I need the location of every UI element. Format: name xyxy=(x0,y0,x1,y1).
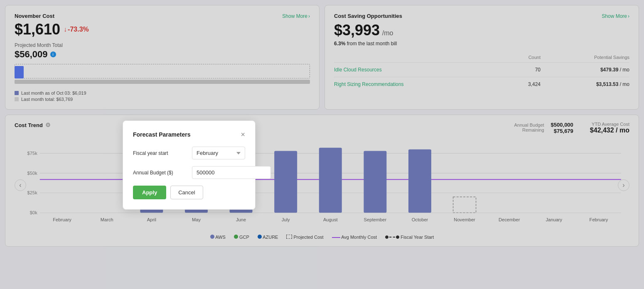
cancel-button[interactable]: Cancel xyxy=(170,186,203,199)
modal-overlay: Forecast Parameters × Fiscal year start … xyxy=(0,0,644,252)
apply-button[interactable]: Apply xyxy=(133,186,166,199)
fiscal-year-row: Fiscal year start JanuaryFebruaryMarchAp… xyxy=(133,147,245,159)
modal-actions: Apply Cancel xyxy=(133,186,245,199)
modal-title: Forecast Parameters xyxy=(133,131,191,138)
modal-close-button[interactable]: × xyxy=(241,131,245,138)
annual-budget-label: Annual Budget ($) xyxy=(133,170,187,176)
fiscal-year-label: Fiscal year start xyxy=(133,150,187,156)
annual-budget-input[interactable] xyxy=(192,166,271,179)
annual-budget-row: Annual Budget ($) xyxy=(133,166,245,179)
fiscal-year-select[interactable]: JanuaryFebruaryMarchAprilMayJuneJulyAugu… xyxy=(192,147,245,159)
forecast-modal: Forecast Parameters × Fiscal year start … xyxy=(123,120,256,210)
